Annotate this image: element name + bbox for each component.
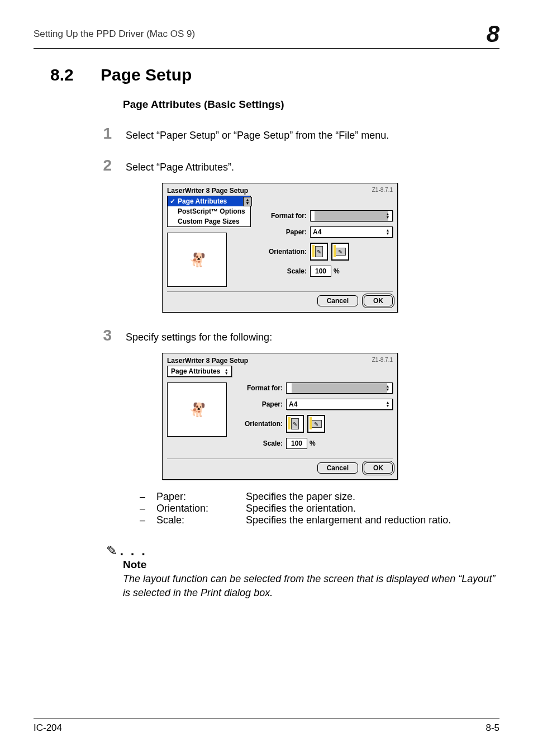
orientation-portrait-button[interactable]: ✎	[286, 415, 304, 433]
section-heading: 8.2 Page Setup	[34, 65, 499, 84]
orientation-label: Orientation:	[256, 248, 307, 256]
dog-icon: 🐕	[189, 252, 206, 268]
dash-icon: –	[140, 503, 156, 514]
footer-right: 8-5	[486, 722, 499, 734]
scale-unit: %	[310, 440, 316, 447]
page-preview: 🐕	[167, 233, 227, 287]
dash-icon: –	[140, 514, 156, 526]
step-text-3: Specify settings for the following:	[126, 332, 499, 343]
step-2: 2 Select “Page Attributes”.	[34, 157, 499, 174]
orientation-label: Orientation:	[232, 420, 283, 428]
step-text-2: Select “Page Attributes”.	[126, 162, 499, 173]
def-term-orientation: Orientation:	[156, 503, 246, 514]
scale-label: Scale:	[256, 267, 307, 275]
paper-select[interactable]: A4▲▼	[286, 399, 393, 410]
page-footer: IC-204 8-5	[34, 719, 499, 734]
paper-label: Paper:	[232, 400, 283, 408]
select-stepper-icon: ▲▼	[223, 368, 230, 376]
menu-item-postscript-options[interactable]: PostScript™ Options	[168, 206, 250, 216]
scale-input[interactable]: 100	[286, 438, 307, 449]
menu-item-page-attributes[interactable]: ✓ Page Attributes	[168, 196, 250, 206]
menu-item-custom-page-sizes[interactable]: Custom Page Sizes	[168, 216, 250, 226]
scale-label: Scale:	[232, 440, 283, 447]
chapter-number: 8	[487, 22, 499, 46]
step-number-3: 3	[78, 327, 112, 344]
note-label: Note	[123, 559, 499, 571]
dash-icon: –	[140, 491, 156, 503]
cancel-button[interactable]: Cancel	[317, 295, 358, 306]
menu-stepper-icon[interactable]: ▲▼	[243, 197, 252, 206]
footer-left: IC-204	[34, 722, 62, 734]
dialog-2-container: LaserWriter 8 Page Setup Z1-8.7.1 Page A…	[162, 353, 499, 480]
step-1: 1 Select “Paper Setup” or “Page Setup” f…	[34, 125, 499, 143]
check-icon: ✓	[170, 197, 178, 205]
ok-button[interactable]: OK	[364, 462, 393, 474]
page-setup-dialog-2: LaserWriter 8 Page Setup Z1-8.7.1 Page A…	[162, 353, 398, 480]
select-stepper-icon: ▲▼	[384, 384, 391, 392]
scale-input[interactable]: 100	[310, 266, 331, 277]
select-stepper-icon: ▲▼	[384, 212, 391, 220]
def-desc-orientation: Specifies the orientation.	[246, 503, 356, 514]
orientation-landscape-button[interactable]: ✎	[331, 243, 349, 261]
definitions-list: – Paper: Specifies the paper size. – Ori…	[140, 491, 499, 526]
dialog-2-title: LaserWriter 8 Page Setup	[167, 357, 248, 365]
step-number-1: 1	[78, 125, 112, 143]
paper-label: Paper:	[256, 228, 307, 236]
note-text: The layout function can be selected from…	[123, 572, 499, 600]
dialog-2-version: Z1-8.7.1	[372, 357, 393, 365]
running-header-text: Setting Up the PPD Driver (Mac OS 9)	[34, 29, 195, 40]
note-block: ✎ . . . Note The layout function can be …	[106, 543, 499, 600]
def-desc-paper: Specifies the paper size.	[246, 491, 355, 503]
section-title: Page Setup	[101, 65, 192, 84]
step-number-2: 2	[78, 157, 112, 174]
page-preview: 🐕	[167, 382, 227, 437]
def-term-paper: Paper:	[156, 491, 246, 503]
step-3: 3 Specify settings for the following:	[34, 327, 499, 344]
ok-button[interactable]: OK	[364, 295, 393, 306]
ellipsis-icon: . . .	[120, 543, 146, 558]
format-for-label: Format for:	[232, 384, 283, 392]
def-desc-scale: Specifies the enlargement and reduction …	[246, 514, 451, 526]
step-text-1: Select “Paper Setup” or “Page Setup” fro…	[126, 130, 499, 141]
subheading: Page Attributes (Basic Settings)	[123, 98, 499, 111]
orientation-landscape-button[interactable]: ✎	[307, 415, 325, 433]
dog-icon: 🐕	[189, 402, 206, 418]
note-pencil-icon: ✎	[106, 543, 117, 558]
attributes-menu-open[interactable]: ▲▼ ✓ Page Attributes PostScript™ Options…	[167, 196, 251, 227]
section-number: 8.2	[50, 65, 101, 84]
format-for-select[interactable]: ▲▼	[286, 382, 393, 394]
page-setup-dialog-1: LaserWriter 8 Page Setup Z1-8.7.1 ▲▼ ✓ P…	[162, 183, 398, 313]
select-stepper-icon: ▲▼	[384, 400, 391, 408]
paper-select[interactable]: A4▲▼	[310, 226, 393, 238]
running-header: Setting Up the PPD Driver (Mac OS 9) 8	[34, 22, 499, 49]
format-for-select[interactable]: ▲▼	[310, 210, 393, 221]
scale-unit: %	[334, 267, 340, 275]
dialog-1-version: Z1-8.7.1	[372, 187, 393, 195]
dialog-1-title: LaserWriter 8 Page Setup	[167, 187, 248, 195]
format-for-label: Format for:	[256, 212, 307, 220]
attributes-dropdown[interactable]: Page Attributes ▲▼	[167, 366, 232, 377]
orientation-portrait-button[interactable]: ✎	[310, 243, 328, 261]
select-stepper-icon: ▲▼	[384, 228, 391, 236]
cancel-button[interactable]: Cancel	[317, 462, 358, 474]
def-term-scale: Scale:	[156, 514, 246, 526]
dialog-1-container: LaserWriter 8 Page Setup Z1-8.7.1 ▲▼ ✓ P…	[162, 183, 499, 313]
